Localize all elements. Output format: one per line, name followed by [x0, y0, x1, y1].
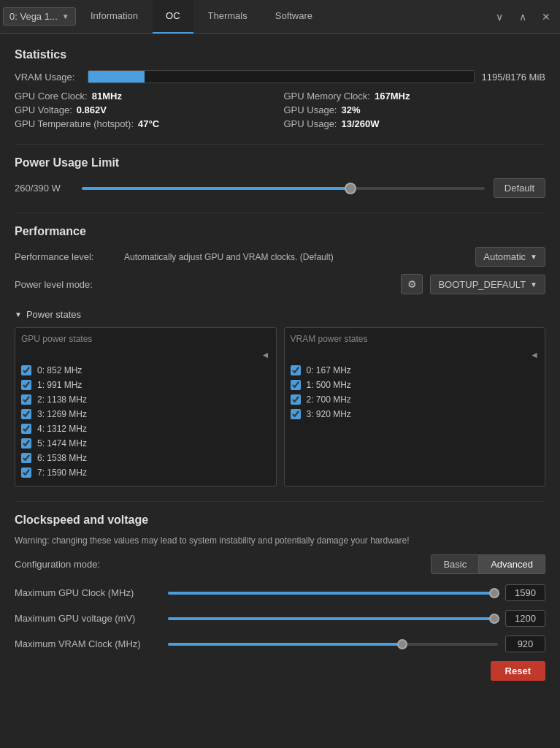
power-slider-track[interactable]	[82, 187, 485, 190]
gpu-state-0: 0: 852 MHz	[21, 363, 270, 378]
divider-3	[15, 501, 545, 502]
power-states-grid: GPU power states ◄ 0: 852 MHz 1: 991 MHz…	[15, 327, 545, 486]
max-gpu-voltage-value[interactable]: 1200	[505, 610, 545, 627]
performance-level-label: Performance level:	[15, 251, 117, 262]
mode-btn-group: Basic Advanced	[431, 554, 545, 574]
max-vram-clock-slider[interactable]	[168, 643, 498, 646]
tab-software[interactable]: Software	[262, 0, 326, 34]
power-level-icon-btn[interactable]: ⚙	[401, 274, 423, 294]
vram-state-3-label: 3: 920 MHz	[307, 409, 351, 419]
vram-state-1: 1: 500 MHz	[291, 378, 540, 392]
power-level-dropdown-arrow-icon: ▼	[530, 280, 537, 289]
mode-advanced-button[interactable]: Advanced	[479, 554, 545, 574]
gpu-state-1-checkbox[interactable]	[21, 380, 31, 390]
power-level-value: BOOTUP_DEFAULT	[438, 279, 526, 290]
stat-gpu-memory-clock-label: GPU Memory Clock:	[284, 91, 370, 102]
gpu-state-3-checkbox[interactable]	[21, 409, 31, 419]
max-gpu-clock-slider[interactable]	[168, 592, 498, 595]
stat-gpu-memory-clock: GPU Memory Clock: 167MHz	[284, 91, 546, 102]
close-icon[interactable]: ✕	[535, 6, 557, 28]
gpu-state-1-label: 1: 991 MHz	[37, 380, 82, 390]
gpu-state-0-label: 0: 852 MHz	[37, 365, 82, 375]
max-vram-clock-row: Maximum VRAM Clock (MHz) 920	[15, 636, 545, 652]
stat-gpu-usage-percent: GPU Usage: 32%	[284, 104, 546, 115]
performance-level-dropdown[interactable]: Automatic ▼	[475, 247, 545, 267]
stat-gpu-usage-watts-label: GPU Usage:	[284, 118, 337, 129]
max-gpu-voltage-slider[interactable]	[168, 617, 498, 620]
reset-row: Reset	[15, 661, 545, 681]
gpu-state-5-checkbox[interactable]	[21, 438, 31, 449]
vram-state-0: 0: 167 MHz	[291, 363, 540, 378]
dropdown-arrow-icon: ▼	[530, 253, 537, 261]
gpu-state-7-checkbox[interactable]	[21, 468, 31, 478]
power-level-dropdown[interactable]: BOOTUP_DEFAULT ▼	[430, 275, 545, 294]
power-usage-title: Power Usage Limit	[15, 156, 545, 169]
vram-state-1-checkbox[interactable]	[291, 380, 301, 390]
statistics-section: Statistics VRAM Usage: 1195/8176 MiB GPU…	[15, 48, 545, 129]
performance-level-desc: Automatically adjust GPU and VRAM clocks…	[124, 252, 468, 262]
config-mode-label: Configuration mode:	[15, 559, 423, 570]
gpu-selector[interactable]: 0: Vega 1... ▼	[3, 7, 76, 26]
vram-state-2-checkbox[interactable]	[291, 394, 301, 405]
power-slider-thumb[interactable]	[345, 183, 356, 194]
topbar: 0: Vega 1... ▼ Information OC Thermals S…	[0, 0, 560, 34]
scroll-left-icon[interactable]: ◄	[261, 350, 270, 360]
max-gpu-clock-value[interactable]: 1590	[505, 584, 545, 601]
vram-state-2: 2: 700 MHz	[291, 392, 540, 407]
stat-gpu-voltage-value: 0.862V	[77, 104, 107, 115]
default-button[interactable]: Default	[494, 178, 545, 198]
gpu-state-4: 4: 1312 MHz	[21, 421, 270, 436]
vram-bar-fill	[88, 71, 145, 83]
max-vram-clock-value[interactable]: 920	[505, 636, 545, 652]
gpu-power-states-box: GPU power states ◄ 0: 852 MHz 1: 991 MHz…	[15, 327, 277, 486]
gpu-state-2: 2: 1138 MHz	[21, 392, 270, 407]
stat-gpu-voltage-label: GPU Voltage:	[15, 104, 72, 115]
vram-state-1-label: 1: 500 MHz	[307, 380, 351, 390]
reset-button[interactable]: Reset	[491, 661, 545, 681]
stat-gpu-core-clock-value: 81MHz	[92, 91, 122, 102]
clockspeed-section: Clockspeed and voltage Warning: changing…	[15, 514, 545, 681]
power-value-label: 260/390 W	[15, 183, 73, 194]
vram-state-3-checkbox[interactable]	[291, 409, 301, 419]
max-gpu-clock-fill	[168, 592, 494, 595]
stat-gpu-voltage: GPU Voltage: 0.862V	[15, 104, 277, 115]
vram-scroll-left-icon[interactable]: ◄	[530, 350, 539, 360]
power-states-toggle[interactable]: ▼ Power states	[15, 309, 545, 320]
stats-grid: GPU Core Clock: 81MHz GPU Memory Clock: …	[15, 91, 545, 129]
power-level-row: Power level mode: ⚙ BOOTUP_DEFAULT ▼	[15, 274, 545, 294]
max-gpu-voltage-row: Maximum GPU voltage (mV) 1200	[15, 610, 545, 627]
max-gpu-clock-thumb[interactable]	[489, 588, 499, 598]
gpu-state-1: 1: 991 MHz	[21, 378, 270, 392]
tab-thermals[interactable]: Thermals	[195, 0, 261, 34]
chevron-down-icon[interactable]: ∨	[488, 6, 510, 28]
vram-state-3: 3: 920 MHz	[291, 407, 540, 421]
stat-gpu-core-clock-label: GPU Core Clock:	[15, 91, 88, 102]
stat-gpu-usage-percent-value: 32%	[341, 104, 360, 115]
stat-gpu-core-clock: GPU Core Clock: 81MHz	[15, 91, 277, 102]
vram-state-0-label: 0: 167 MHz	[307, 365, 351, 375]
gpu-state-0-checkbox[interactable]	[21, 365, 31, 375]
vram-state-0-checkbox[interactable]	[291, 365, 301, 375]
chevron-up-icon[interactable]: ∧	[512, 6, 534, 28]
max-vram-clock-thumb[interactable]	[397, 639, 407, 649]
max-gpu-voltage-thumb[interactable]	[489, 614, 499, 624]
vram-bar-container	[88, 70, 475, 83]
stat-gpu-temp: GPU Temperature (hotspot): 47°C	[15, 118, 277, 129]
stat-gpu-usage-watts-value: 13/260W	[341, 118, 379, 129]
gpu-state-2-checkbox[interactable]	[21, 394, 31, 405]
tab-information[interactable]: Information	[77, 0, 151, 34]
stat-gpu-temp-value: 47°C	[138, 118, 159, 129]
max-gpu-clock-row: Maximum GPU Clock (MHz) 1590	[15, 584, 545, 601]
gpu-state-6-checkbox[interactable]	[21, 453, 31, 463]
power-slider-container	[82, 187, 485, 190]
performance-section: Performance Performance level: Automatic…	[15, 225, 545, 294]
gear-icon: ⚙	[407, 278, 417, 290]
divider-2	[15, 213, 545, 213]
vram-power-states-title: VRAM power states	[291, 334, 540, 344]
gpu-state-4-checkbox[interactable]	[21, 424, 31, 434]
divider-1	[15, 144, 545, 145]
mode-basic-button[interactable]: Basic	[431, 554, 479, 574]
max-gpu-voltage-label: Maximum GPU voltage (mV)	[15, 613, 161, 624]
topbar-icons: ∨ ∧ ✕	[488, 6, 557, 28]
tab-oc[interactable]: OC	[153, 0, 193, 34]
